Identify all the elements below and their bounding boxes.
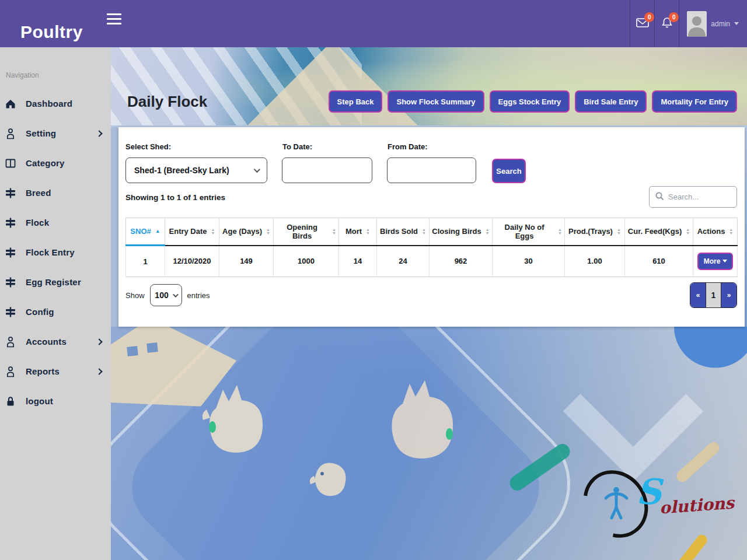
pagination-prev-button[interactable]: « [690,283,706,307]
sidebar-item-config[interactable]: Config [0,297,111,327]
sidebar-item-breed[interactable]: Breed [0,178,111,208]
pagination: « 1 » [690,282,737,308]
cell-closing-birds: 962 [430,246,493,277]
sliders-icon [4,306,18,318]
sidebar-section-label: Navigation [0,47,111,89]
person-icon [4,336,18,348]
sliders-icon [4,247,18,258]
sort-icon: ▲▼ [558,228,562,235]
sidebar-item-dashboard[interactable]: Dashboard [0,89,111,118]
sidebar-item-egg-register[interactable]: Egg Register [0,267,111,297]
col-opening-birds[interactable]: Opening Birds▲▼ [274,218,339,246]
shed-label: Select Shed: [125,142,171,151]
show-flock-summary-button[interactable]: Show Flock Summary [388,90,484,113]
hamburger-menu-icon[interactable] [107,13,124,27]
cell-age-days: 149 [219,246,274,277]
sliders-icon [4,187,18,199]
cell-prod-trays: 1.00 [565,246,625,277]
person-icon [4,366,18,377]
table-row: 1 12/10/2020 149 1000 14 24 962 30 1.00 … [126,246,738,277]
from-date-input[interactable] [387,158,476,183]
sort-icon: ▲▼ [729,228,733,235]
user-name: admin [711,20,730,28]
col-daily-eggs[interactable]: Daily No of Eggs▲▼ [493,218,565,246]
background-photo-top [111,47,747,125]
to-date-input[interactable] [282,158,372,183]
cell-daily-eggs: 30 [493,246,565,277]
lock-icon [4,396,18,407]
notifications-badge: 0 [669,12,679,22]
sidebar-item-accounts[interactable]: Accounts [0,327,111,356]
user-menu[interactable]: admin [679,0,747,47]
col-prod-trays[interactable]: Prod.(Trays)▲▼ [565,218,625,246]
background-photo-bottom: S olutions [111,327,747,560]
avatar [687,11,707,37]
bird-sale-entry-button[interactable]: Bird Sale Entry [575,90,647,113]
sort-icon: ▲▼ [486,228,490,235]
search-icon [655,191,664,203]
cell-birds-sold: 24 [377,246,430,277]
sort-icon: ▲▼ [617,228,621,235]
chevron-right-icon [96,130,102,136]
sort-icon: ▲▼ [266,228,270,235]
page-size-select[interactable]: 100 [150,284,182,306]
from-date-label: From Date: [388,142,428,151]
app-root: Poultry 0 0 [0,0,747,560]
sliders-icon [4,276,18,288]
main-content: S olutions Daily Flock Step Back Show Fl… [111,47,747,560]
sort-icon: ▲▼ [332,228,336,235]
table-search-box [649,186,737,208]
sidebar-item-reports[interactable]: Reports [0,356,111,386]
table-search-input[interactable] [668,192,731,201]
step-back-button[interactable]: Step Back [329,90,383,113]
header-right-cluster: 0 0 admin [630,0,747,47]
col-sno[interactable]: SNO#▲ [126,218,165,246]
caret-down-icon [722,260,727,262]
chevron-down-icon [734,22,739,25]
page-head: Daily Flock Step Back Show Flock Summary… [127,90,737,113]
cell-mort: 14 [339,246,377,277]
cell-actions: More [693,246,738,277]
col-age-days[interactable]: Age (Days)▲▼ [219,218,274,246]
cell-entry-date: 12/10/2020 [165,246,219,277]
chevron-down-icon [173,292,179,298]
chevron-right-icon [96,338,102,345]
daily-flock-table: SNO#▲ Entry Date▲▼ Age (Days)▲▼ Opening … [125,218,738,277]
sidebar-item-logout[interactable]: logout [0,386,111,416]
messages-button[interactable]: 0 [630,0,654,47]
to-date-label: To Date: [282,142,312,151]
col-mort[interactable]: Mort▲▼ [339,218,377,246]
search-button[interactable]: Search [492,159,526,183]
table-header-row: SNO#▲ Entry Date▲▼ Age (Days)▲▼ Opening … [126,218,738,246]
col-cur-feed[interactable]: Cur. Feed(Kgs)▲▼ [625,218,693,246]
top-header: Poultry 0 0 [0,0,747,47]
sidebar-item-flock[interactable]: Flock [0,208,111,237]
eggs-stock-entry-button[interactable]: Eggs Stock Entry [490,90,570,113]
content-panel: Select Shed: To Date: From Date: Shed-1 … [118,127,745,327]
pagination-next-button[interactable]: » [721,283,736,307]
pagination-page-1[interactable]: 1 [706,283,721,307]
cell-opening-birds: 1000 [274,246,339,277]
chevron-down-icon [254,166,260,173]
sidebar-item-flock-entry[interactable]: Flock Entry [0,237,111,267]
sidebar-item-setting[interactable]: Setting [0,118,111,148]
solutions-logo: S olutions [585,464,731,552]
col-entry-date[interactable]: Entry Date▲▼ [165,218,219,246]
show-label: Show [125,291,145,300]
col-closing-birds[interactable]: Closing Birds▲▼ [430,218,493,246]
sidebar-item-category[interactable]: Category [0,148,111,178]
chevron-right-icon [96,368,102,374]
sidebar: Navigation Dashboard Setting Category [0,47,111,560]
mortality-for-entry-button[interactable]: Mortality For Entry [652,90,737,113]
messages-badge: 0 [644,12,654,22]
shed-select[interactable]: Shed-1 (Breed-Sky Lark) [125,158,267,183]
columns-icon [4,158,18,169]
more-button[interactable]: More [697,253,734,270]
page-size-group: Show 100 entries [125,283,210,307]
brand-logo: Poultry [20,22,83,42]
col-birds-sold[interactable]: Birds Sold▲▼ [377,218,430,246]
notifications-button[interactable]: 0 [655,0,679,47]
sort-asc-icon: ▲ [155,229,160,234]
col-actions[interactable]: Actions▲▼ [693,218,738,246]
sort-icon: ▲▼ [422,228,426,235]
